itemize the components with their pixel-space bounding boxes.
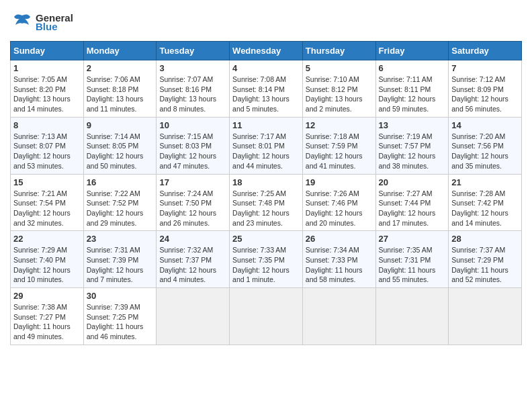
logo: General Blue	[10, 10, 73, 34]
day-number: 13	[379, 120, 446, 130]
day-number: 19	[306, 177, 373, 187]
sunset-text: Sunset: 8:20 PM	[13, 85, 66, 93]
sunrise-text: Sunrise: 7:07 AM	[159, 75, 213, 83]
day-number: 12	[306, 120, 373, 130]
daylight-text: Daylight: 12 hours and 50 minutes.	[87, 152, 144, 170]
daylight-text: Daylight: 12 hours and 17 minutes.	[379, 209, 436, 227]
calendar-cell: 26 Sunrise: 7:34 AM Sunset: 7:33 PM Dayl…	[302, 231, 375, 288]
day-info: Sunrise: 7:26 AM Sunset: 7:46 PM Dayligh…	[306, 189, 373, 228]
sunrise-text: Sunrise: 7:32 AM	[159, 246, 213, 254]
daylight-text: Daylight: 13 hours and 8 minutes.	[159, 95, 216, 113]
logo-bird-icon	[10, 10, 34, 34]
sunrise-text: Sunrise: 7:17 AM	[232, 132, 286, 140]
daylight-text: Daylight: 12 hours and 32 minutes.	[13, 209, 71, 227]
day-info: Sunrise: 7:21 AM Sunset: 7:54 PM Dayligh…	[13, 189, 81, 228]
day-info: Sunrise: 7:08 AM Sunset: 8:14 PM Dayligh…	[232, 75, 300, 114]
day-number: 9	[87, 120, 154, 130]
day-info: Sunrise: 7:17 AM Sunset: 8:01 PM Dayligh…	[232, 132, 300, 171]
sunrise-text: Sunrise: 7:28 AM	[451, 189, 505, 197]
day-info: Sunrise: 7:35 AM Sunset: 7:31 PM Dayligh…	[379, 245, 446, 285]
day-info: Sunrise: 7:34 AM Sunset: 7:33 PM Dayligh…	[306, 245, 373, 285]
day-number: 4	[232, 63, 300, 73]
day-info: Sunrise: 7:31 AM Sunset: 7:39 PM Dayligh…	[87, 245, 154, 285]
calendar-header: SundayMondayTuesdayWednesdayThursdayFrid…	[11, 42, 522, 60]
calendar-cell: 1 Sunrise: 7:05 AM Sunset: 8:20 PM Dayli…	[11, 60, 84, 118]
sunset-text: Sunset: 7:52 PM	[87, 199, 139, 207]
calendar-week-row: 15 Sunrise: 7:21 AM Sunset: 7:54 PM Dayl…	[11, 174, 522, 231]
day-info: Sunrise: 7:24 AM Sunset: 7:50 PM Dayligh…	[159, 189, 226, 228]
daylight-text: Daylight: 12 hours and 23 minutes.	[232, 209, 290, 227]
sunrise-text: Sunrise: 7:15 AM	[159, 132, 213, 140]
daylight-text: Daylight: 13 hours and 5 minutes.	[232, 95, 290, 113]
calendar-cell: 25 Sunrise: 7:33 AM Sunset: 7:35 PM Dayl…	[230, 231, 303, 288]
calendar-cell	[302, 288, 375, 345]
calendar-cell: 2 Sunrise: 7:06 AM Sunset: 8:18 PM Dayli…	[83, 60, 157, 118]
day-number: 23	[87, 234, 154, 244]
sunrise-text: Sunrise: 7:38 AM	[13, 303, 67, 311]
sunrise-text: Sunrise: 7:06 AM	[87, 75, 140, 83]
sunset-text: Sunset: 8:12 PM	[306, 85, 358, 93]
weekday-header: Sunday	[11, 42, 84, 60]
sunrise-text: Sunrise: 7:24 AM	[159, 189, 213, 197]
sunrise-text: Sunrise: 7:37 AM	[451, 246, 505, 254]
daylight-text: Daylight: 12 hours and 14 minutes.	[451, 209, 508, 227]
calendar-cell: 21 Sunrise: 7:28 AM Sunset: 7:42 PM Dayl…	[449, 174, 522, 231]
daylight-text: Daylight: 12 hours and 44 minutes.	[232, 152, 290, 170]
daylight-text: Daylight: 12 hours and 20 minutes.	[306, 209, 363, 227]
sunset-text: Sunset: 7:40 PM	[13, 256, 66, 264]
sunset-text: Sunset: 8:01 PM	[232, 142, 285, 150]
day-number: 11	[232, 120, 300, 130]
calendar-cell: 18 Sunrise: 7:25 AM Sunset: 7:48 PM Dayl…	[230, 174, 303, 231]
sunrise-text: Sunrise: 7:14 AM	[87, 132, 140, 140]
daylight-text: Daylight: 12 hours and 29 minutes.	[87, 209, 144, 227]
sunrise-text: Sunrise: 7:31 AM	[87, 246, 140, 254]
sunset-text: Sunset: 8:18 PM	[87, 85, 139, 93]
day-number: 28	[451, 234, 519, 244]
sunset-text: Sunset: 8:14 PM	[232, 85, 285, 93]
calendar-week-row: 22 Sunrise: 7:29 AM Sunset: 7:40 PM Dayl…	[11, 231, 522, 288]
day-number: 16	[87, 177, 154, 187]
day-info: Sunrise: 7:07 AM Sunset: 8:16 PM Dayligh…	[159, 75, 226, 114]
sunset-text: Sunset: 7:59 PM	[306, 142, 358, 150]
sunrise-text: Sunrise: 7:35 AM	[379, 246, 433, 254]
logo-container: General Blue	[10, 10, 73, 34]
calendar-week-row: 1 Sunrise: 7:05 AM Sunset: 8:20 PM Dayli…	[11, 60, 522, 118]
day-number: 2	[87, 63, 154, 73]
calendar-cell: 24 Sunrise: 7:32 AM Sunset: 7:37 PM Dayl…	[157, 231, 230, 288]
sunrise-text: Sunrise: 7:19 AM	[379, 132, 433, 140]
sunset-text: Sunset: 7:35 PM	[232, 256, 285, 264]
calendar-cell: 22 Sunrise: 7:29 AM Sunset: 7:40 PM Dayl…	[11, 231, 84, 288]
calendar-cell: 30 Sunrise: 7:39 AM Sunset: 7:25 PM Dayl…	[83, 288, 157, 345]
day-number: 15	[13, 177, 81, 187]
day-info: Sunrise: 7:33 AM Sunset: 7:35 PM Dayligh…	[232, 245, 300, 285]
calendar-cell: 8 Sunrise: 7:13 AM Sunset: 8:07 PM Dayli…	[11, 117, 84, 174]
calendar-cell: 16 Sunrise: 7:22 AM Sunset: 7:52 PM Dayl…	[83, 174, 157, 231]
day-number: 20	[379, 177, 446, 187]
day-number: 7	[451, 63, 519, 73]
day-number: 10	[159, 120, 226, 130]
daylight-text: Daylight: 12 hours and 4 minutes.	[159, 266, 216, 284]
sunset-text: Sunset: 7:54 PM	[13, 199, 66, 207]
sunset-text: Sunset: 8:03 PM	[159, 142, 212, 150]
sunrise-text: Sunrise: 7:33 AM	[232, 246, 286, 254]
sunrise-text: Sunrise: 7:11 AM	[379, 75, 433, 83]
daylight-text: Daylight: 11 hours and 58 minutes.	[306, 266, 363, 284]
sunset-text: Sunset: 7:27 PM	[13, 313, 66, 321]
calendar-cell: 12 Sunrise: 7:18 AM Sunset: 7:59 PM Dayl…	[302, 117, 375, 174]
sunset-text: Sunset: 8:05 PM	[87, 142, 139, 150]
sunrise-text: Sunrise: 7:27 AM	[379, 189, 433, 197]
calendar-cell: 20 Sunrise: 7:27 AM Sunset: 7:44 PM Dayl…	[375, 174, 449, 231]
sunset-text: Sunset: 8:07 PM	[13, 142, 66, 150]
sunset-text: Sunset: 7:46 PM	[306, 199, 358, 207]
daylight-text: Daylight: 12 hours and 47 minutes.	[159, 152, 216, 170]
day-number: 5	[306, 63, 373, 73]
day-info: Sunrise: 7:38 AM Sunset: 7:27 PM Dayligh…	[13, 302, 81, 342]
sunset-text: Sunset: 7:56 PM	[451, 142, 504, 150]
day-number: 25	[232, 234, 300, 244]
sunrise-text: Sunrise: 7:29 AM	[13, 246, 67, 254]
calendar-body: 1 Sunrise: 7:05 AM Sunset: 8:20 PM Dayli…	[11, 60, 522, 345]
calendar-cell: 9 Sunrise: 7:14 AM Sunset: 8:05 PM Dayli…	[83, 117, 157, 174]
weekday-header: Saturday	[449, 42, 522, 60]
day-info: Sunrise: 7:22 AM Sunset: 7:52 PM Dayligh…	[87, 189, 154, 228]
sunset-text: Sunset: 7:42 PM	[451, 199, 504, 207]
